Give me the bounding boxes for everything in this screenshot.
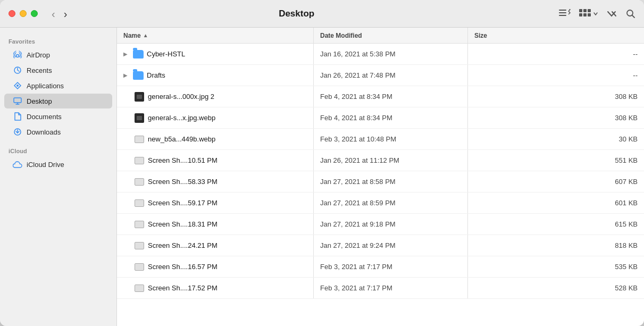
svg-point-13 xyxy=(16,85,19,87)
table-row[interactable]: Screen Sh....59.17 PM Jan 27, 2021 at 8:… xyxy=(117,193,644,214)
screenshot-icon xyxy=(134,198,145,208)
traffic-lights xyxy=(9,10,38,17)
more-options-button[interactable] xyxy=(607,10,617,18)
expand-icon: ▶ xyxy=(123,51,128,57)
file-name: general-s...000x.jpg 2 xyxy=(148,93,214,101)
table-row[interactable]: general-s...000x.jpg 2 Feb 4, 2021 at 8:… xyxy=(117,86,644,107)
search-button[interactable] xyxy=(626,9,635,19)
svg-rect-0 xyxy=(559,10,566,11)
sort-arrow-name: ▲ xyxy=(143,32,148,38)
file-date: Jan 27, 2021 at 8:58 PM xyxy=(314,171,468,192)
table-row[interactable]: Screen Sh....17.52 PM Feb 3, 2021 at 7:1… xyxy=(117,278,644,299)
table-row[interactable]: general-s...x.jpg.webp Feb 4, 2021 at 8:… xyxy=(117,107,644,129)
close-button[interactable] xyxy=(9,10,15,17)
window-title: Desktop xyxy=(34,9,559,19)
screenshot-icon xyxy=(134,155,145,166)
sidebar: Favorites AirDrop xyxy=(0,28,117,326)
screenshot-icon xyxy=(134,177,145,187)
table-row[interactable]: Screen Sh....58.33 PM Jan 27, 2021 at 8:… xyxy=(117,171,644,193)
table-row[interactable]: ▶ Drafts Jan 26, 2021 at 7:48 PM -- xyxy=(117,65,644,86)
folder-icon xyxy=(133,49,144,60)
svg-rect-6 xyxy=(579,13,582,16)
toolbar-right xyxy=(559,9,635,19)
webp-icon xyxy=(134,134,145,145)
svg-rect-7 xyxy=(583,13,587,16)
svg-rect-8 xyxy=(588,13,591,16)
image-icon xyxy=(134,113,145,123)
table-row[interactable]: Screen Sh....10.51 PM Jan 26, 2021 at 11… xyxy=(117,150,644,171)
sidebar-item-downloads[interactable]: Downloads xyxy=(4,124,112,139)
screenshot-icon xyxy=(134,240,145,251)
file-name: new_b5a...449b.webp xyxy=(148,135,215,143)
favorites-label: Favorites xyxy=(0,34,116,47)
airdrop-icon xyxy=(13,50,22,60)
file-name: Screen Sh....24.21 PM xyxy=(148,241,218,249)
file-date: Jan 27, 2021 at 9:18 PM xyxy=(314,214,468,235)
file-rows: ▶ Cyber-HSTL Jan 16, 2021 at 5:38 PM -- … xyxy=(117,44,644,326)
sidebar-item-airdrop[interactable]: AirDrop xyxy=(4,47,112,62)
minimize-button[interactable] xyxy=(20,10,27,17)
file-date: Jan 27, 2021 at 8:59 PM xyxy=(314,193,468,213)
sidebar-item-applications[interactable]: Applications xyxy=(4,78,112,93)
file-name: Screen Sh....58.33 PM xyxy=(148,178,218,186)
svg-rect-5 xyxy=(588,9,591,12)
titlebar: ‹ › Desktop xyxy=(0,0,644,28)
file-date: Feb 3, 2021 at 10:48 PM xyxy=(314,129,468,149)
file-size: -- xyxy=(468,65,644,86)
file-date: Jan 27, 2021 at 9:24 PM xyxy=(314,235,468,256)
sidebar-item-recents[interactable]: Recents xyxy=(4,63,112,78)
screenshot-icon xyxy=(134,219,145,230)
sidebar-item-applications-label: Applications xyxy=(27,82,64,90)
svg-rect-1 xyxy=(559,12,566,13)
file-name: Screen Sh....10.51 PM xyxy=(148,156,218,164)
downloads-icon xyxy=(13,127,22,137)
file-list: Name ▲ Date Modified Size ▶ xyxy=(117,28,644,326)
svg-rect-2 xyxy=(559,15,566,16)
file-date: Jan 26, 2021 at 11:12 PM xyxy=(314,150,468,171)
file-name: Screen Sh....18.31 PM xyxy=(148,220,218,228)
sidebar-item-desktop-label: Desktop xyxy=(27,97,52,105)
table-row[interactable]: new_b5a...449b.webp Feb 3, 2021 at 10:48… xyxy=(117,129,644,150)
file-size: 308 KB xyxy=(468,86,644,107)
sidebar-item-documents[interactable]: Documents xyxy=(4,109,112,124)
file-size: 30 KB xyxy=(468,129,644,149)
file-date: Feb 3, 2021 at 7:17 PM xyxy=(314,278,468,298)
svg-rect-14 xyxy=(14,98,21,103)
list-view-button[interactable] xyxy=(559,9,571,19)
file-size: 528 KB xyxy=(468,278,644,298)
sidebar-item-desktop[interactable]: Desktop xyxy=(4,94,112,108)
file-name: general-s...x.jpg.webp xyxy=(148,114,215,122)
sidebar-item-downloads-label: Downloads xyxy=(27,128,61,136)
file-date: Feb 4, 2021 at 8:34 PM xyxy=(314,107,468,128)
file-size: 551 KB xyxy=(468,150,644,171)
file-name: Drafts xyxy=(147,71,165,79)
image-icon xyxy=(134,91,145,102)
col-header-name[interactable]: Name ▲ xyxy=(117,28,314,43)
file-list-header: Name ▲ Date Modified Size xyxy=(117,28,644,44)
applications-icon xyxy=(13,81,22,90)
table-row[interactable]: ▶ Cyber-HSTL Jan 16, 2021 at 5:38 PM -- xyxy=(117,44,644,65)
sidebar-item-recents-label: Recents xyxy=(27,66,52,74)
col-header-date[interactable]: Date Modified xyxy=(314,28,468,43)
table-row[interactable]: Screen Sh....16.57 PM Feb 3, 2021 at 7:1… xyxy=(117,256,644,278)
file-name: Screen Sh....17.52 PM xyxy=(148,284,218,292)
file-size: -- xyxy=(468,44,644,64)
icloud-label: iCloud xyxy=(0,144,116,156)
table-row[interactable]: Screen Sh....24.21 PM Jan 27, 2021 at 9:… xyxy=(117,235,644,256)
col-header-size[interactable]: Size xyxy=(468,28,644,43)
file-date: Feb 3, 2021 at 7:17 PM xyxy=(314,256,468,277)
svg-point-11 xyxy=(16,55,19,57)
svg-line-10 xyxy=(632,15,635,18)
desktop-icon xyxy=(13,96,22,106)
icloud-icon xyxy=(13,160,22,169)
file-size: 308 KB xyxy=(468,107,644,128)
svg-rect-3 xyxy=(579,9,582,12)
sidebar-item-icloud-drive[interactable]: iCloud Drive xyxy=(4,157,112,172)
folder-icon xyxy=(133,70,144,81)
content-area: Favorites AirDrop xyxy=(0,28,644,326)
file-date: Feb 4, 2021 at 8:34 PM xyxy=(314,86,468,107)
file-size: 818 KB xyxy=(468,235,644,256)
file-size: 615 KB xyxy=(468,214,644,235)
table-row[interactable]: Screen Sh....18.31 PM Jan 27, 2021 at 9:… xyxy=(117,214,644,235)
grid-view-button[interactable] xyxy=(579,9,598,19)
